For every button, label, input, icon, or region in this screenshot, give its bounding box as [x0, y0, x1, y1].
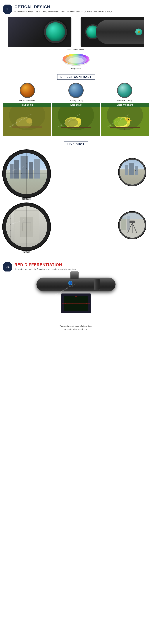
- svg-point-71: [72, 303, 73, 304]
- bird-panel-dim: Imaging dim DISCOVERY OPTICS Co., Ltd.: [3, 103, 51, 136]
- effect-contrast-title: EFFECT CONTRAST: [57, 74, 95, 80]
- svg-point-73: [82, 303, 82, 304]
- scope-turret-side: [94, 279, 100, 290]
- scope-view-small-2: [118, 212, 146, 239]
- coating-label-decorative: Decorative coating: [19, 99, 36, 102]
- coating-multilayer: Multilayer coating: [103, 83, 146, 102]
- section-header-03: 03 OPTICAL DESIGN 6 times optical design…: [3, 4, 149, 14]
- svg-point-70: [70, 303, 70, 304]
- svg-rect-59: [129, 220, 135, 223]
- scope-turret-top: [70, 272, 79, 279]
- lens-orange: [20, 83, 35, 98]
- svg-point-4: [68, 57, 84, 64]
- svg-point-24: [125, 118, 130, 122]
- equipment-svg: [120, 213, 145, 238]
- bottom-caption: You can turn red on or off at any time, …: [3, 324, 149, 331]
- optics-label: Multi-Coated optics: [67, 48, 84, 51]
- svg-point-72: [80, 303, 80, 304]
- rifle-scope-container: DISCOVERY OPTICS Co., Ltd.: [3, 274, 149, 323]
- scope-view-small-1: 5.0: [118, 158, 146, 186]
- lens-left-image: [8, 17, 71, 47]
- bird-label-dim: Imaging dim: [3, 103, 51, 107]
- scope-view-large-1: DISCOVERY OPTICS Co., Ltd.: [3, 150, 50, 197]
- live-shot-section: LIVE SHOT: [0, 140, 152, 258]
- lens-blue-gray: [68, 83, 84, 98]
- section-title-block-03: OPTICAL DESIGN 6 times optical design br…: [15, 4, 149, 13]
- section-header-04: 04 RED DIFFERENTIATION Illuminated with …: [3, 262, 149, 272]
- bird-panel-lesssharp: Less sharp DISCOVERY OPTICS Co., Ltd.: [52, 103, 100, 136]
- caption-line1: You can turn red on or off at any time,: [60, 325, 93, 327]
- live-shot-pair-2: BP DISCOVERY OPTICS Co., Ltd. 18X 8M: [3, 203, 149, 253]
- bird-panel-clear: Clear and sharp: [101, 103, 149, 136]
- optics-diagram-section: Multi-Coated optics: [3, 48, 149, 70]
- scope-body: [37, 278, 115, 291]
- section-title-block-04: RED DIFFERENTIATION Illuminated with red…: [15, 262, 149, 271]
- coating-types-row: Decorative coating Ordinary coating Mult…: [3, 83, 149, 102]
- reticle-svg-1: [6, 153, 47, 194]
- scope-illuminator: [68, 280, 73, 288]
- bird-label-lesssharp: Less sharp: [52, 103, 100, 107]
- section-desc-03: 6 times optical design bring you a big p…: [15, 10, 149, 13]
- svg-rect-65: [120, 213, 145, 219]
- live-shot-pair-1: DISCOVERY OPTICS Co., Ltd. 18X 509M 5.0: [3, 150, 149, 200]
- section-number-03: 03: [3, 4, 12, 14]
- section-desc-04: Illuminated with red color 5 position is…: [15, 268, 149, 271]
- bird-svg-dim: [3, 103, 51, 136]
- section-04: 04 RED DIFFERENTIATION Illuminated with …: [0, 258, 152, 336]
- scope-label-1: 18X 509M: [22, 198, 31, 200]
- section-title-03: OPTICAL DESIGN: [15, 4, 149, 9]
- reticle-svg-2: [6, 206, 47, 247]
- svg-rect-17: [61, 127, 91, 128]
- lens-right-image: [81, 17, 144, 47]
- svg-point-74: [76, 298, 76, 299]
- reticle-svg-small-1: 5.0: [120, 160, 145, 184]
- svg-point-76: [76, 306, 76, 306]
- svg-point-16: [65, 118, 78, 127]
- coating-decorative: Decorative coating: [6, 83, 49, 102]
- section-03: 03 OPTICAL DESIGN 6 times optical design…: [0, 0, 152, 73]
- scope-big-wrapper-2: BP DISCOVERY OPTICS Co., Ltd. 18X 8M: [3, 203, 50, 253]
- bird-svg-lesssharp: [52, 103, 100, 136]
- live-shot-banner: LIVE SHOT: [3, 142, 149, 147]
- lens-label-row: Multi-Coated optics: [6, 48, 146, 51]
- effect-contrast-section: EFFECT CONTRAST Decorative coating Ordin…: [0, 73, 152, 140]
- svg-point-77: [76, 308, 76, 308]
- hd-glasses-label: HD glasses: [71, 67, 81, 70]
- svg-point-26: [128, 119, 129, 119]
- scope-small-wrapper-1: 5.0: [118, 158, 146, 186]
- discovery-logo-button: [68, 281, 72, 285]
- lens-svg: [61, 52, 91, 67]
- live-shot-title: LIVE SHOT: [64, 142, 88, 147]
- svg-text:5.0: 5.0: [135, 170, 138, 172]
- scope-label-2: 18X 8M: [23, 251, 30, 253]
- lens-svg-container: HD glasses: [61, 52, 91, 70]
- scope-reticle-view: [61, 294, 91, 313]
- reticle-red-svg: [61, 294, 91, 313]
- rifle-scope-wrapper: DISCOVERY OPTICS Co., Ltd.: [34, 274, 118, 323]
- bird-images-row: Imaging dim DISCOVERY OPTICS Co., Ltd.: [3, 103, 149, 136]
- logo-inner: [70, 282, 71, 284]
- section-title-04: RED DIFFERENTIATION: [15, 262, 149, 267]
- bird-svg-clear: [101, 103, 149, 136]
- coating-label-multilayer: Multilayer coating: [117, 99, 132, 102]
- caption-line2: no matter what gear it is in.: [64, 328, 88, 330]
- lens-teal-clear: [117, 83, 132, 98]
- scope-view-large-2: BP DISCOVERY OPTICS Co., Ltd.: [3, 203, 50, 250]
- svg-rect-28: [110, 127, 140, 128]
- bird-label-clear: Clear and sharp: [101, 103, 149, 107]
- coating-ordinary: Ordinary coating: [54, 83, 98, 102]
- scope-dot: [138, 31, 140, 33]
- svg-point-23: [113, 118, 127, 126]
- effect-contrast-banner: EFFECT CONTRAST: [3, 74, 149, 80]
- scope-small-wrapper-2: [118, 212, 146, 239]
- svg-rect-10: [3, 103, 51, 136]
- scope-big-wrapper-1: DISCOVERY OPTICS Co., Ltd. 18X 509M: [3, 150, 50, 200]
- svg-point-75: [76, 301, 76, 301]
- lens-images-row: [3, 17, 149, 47]
- svg-rect-63: [121, 218, 126, 230]
- section-number-04: 04: [3, 262, 12, 272]
- coating-label-ordinary: Ordinary coating: [69, 99, 83, 102]
